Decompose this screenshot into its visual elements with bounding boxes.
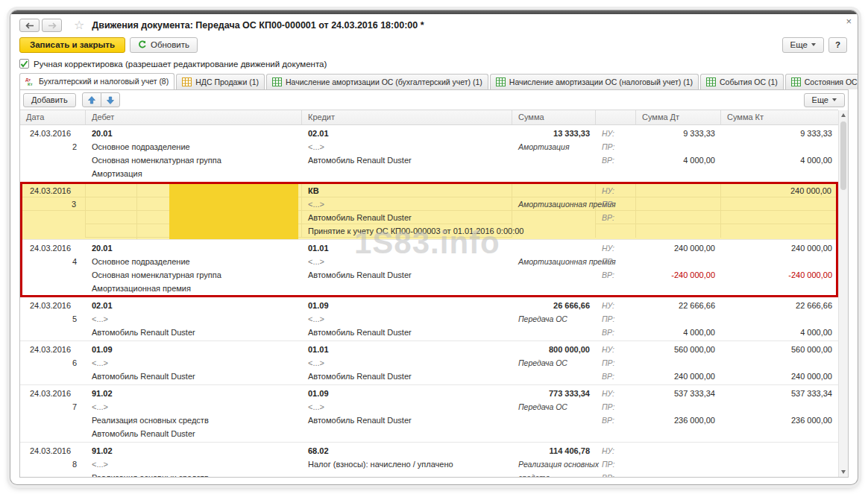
row-date: 24.03.2016 xyxy=(20,387,86,400)
tax-label: НУ: xyxy=(596,387,636,400)
selected-cell[interactable] xyxy=(169,183,298,239)
tab-4[interactable]: Начисление амортизации ОС (налоговый уче… xyxy=(490,74,699,89)
cell-date: 24.03.20166 xyxy=(20,343,86,383)
save-close-button[interactable]: Записать и закрыть xyxy=(19,37,125,53)
tax-label: ПР: xyxy=(596,140,636,153)
table-row[interactable]: 24.03.2016502.01<...>Автомобиль Renault … xyxy=(20,297,838,341)
column-header: Дебет xyxy=(86,110,302,124)
credit-line: <...> xyxy=(302,197,512,211)
scroll-up-icon[interactable] xyxy=(839,110,848,120)
titlebar: ☆ Движения документа: Передача ОС КП00-0… xyxy=(10,14,858,36)
row-number: 8 xyxy=(20,457,86,471)
scroll-down-icon[interactable] xyxy=(839,467,848,477)
row-number: 3 xyxy=(20,197,85,211)
favorite-star-icon[interactable]: ☆ xyxy=(74,19,84,31)
sum-dt-value xyxy=(636,312,721,326)
debit-line: Реализация основных средств xyxy=(86,414,302,427)
tax-label: НУ: xyxy=(596,127,636,140)
manual-adjustment-row[interactable]: Ручная корректировка (разрешает редактир… xyxy=(10,57,858,73)
cell-sum-dt xyxy=(636,184,721,238)
arrow-right-icon xyxy=(48,22,57,29)
sum-kt-value: 4 000,00 xyxy=(721,153,838,167)
credit-line: <...> xyxy=(302,312,512,326)
table-row[interactable]: 24.03.2016891.02<...>Реализация основных… xyxy=(20,443,838,477)
help-button[interactable]: ? xyxy=(828,37,847,53)
sum-kt-value: 236 000,00 xyxy=(721,414,838,427)
debit-line: 01.09 xyxy=(86,343,302,356)
move-down-button[interactable] xyxy=(101,92,120,107)
cell-tax-labels: НУ:ПР:ВР: xyxy=(596,127,636,180)
debit-line: Автомобиль Renault Duster xyxy=(86,427,302,440)
column-header: Сумма xyxy=(512,110,596,124)
table-row[interactable]: 24.03.20163КВ<...>Автомобиль Renault Dus… xyxy=(20,183,838,240)
sum-dt-value: 9 333,33 xyxy=(636,127,721,140)
sum-dt-value xyxy=(636,457,721,471)
tab-label: Бухгалтерский и налоговый учет (8) xyxy=(39,77,169,86)
back-button[interactable] xyxy=(19,19,40,32)
sum-amount: 13 333,33 xyxy=(512,127,596,140)
sum-kt-value xyxy=(721,400,838,414)
forward-button[interactable] xyxy=(42,19,62,32)
tab-6[interactable]: Состояния ОС организаций (1) xyxy=(785,74,858,89)
tab-2[interactable]: НДС Продажи (1) xyxy=(176,74,265,89)
row-date: 24.03.2016 xyxy=(20,184,85,197)
cell-date: 24.03.20165 xyxy=(20,299,86,339)
sum-amount xyxy=(512,241,596,255)
table-row[interactable]: 24.03.2016420.01Основное подразделениеОс… xyxy=(20,240,838,297)
sum-dt-value: 240 000,00 xyxy=(636,241,721,255)
cell-credit: 02.01<...>Автомобиль Renault Duster xyxy=(302,127,512,180)
sum-amount xyxy=(512,184,595,197)
cell-debit xyxy=(86,184,302,238)
cell-debit: 01.09<...>Автомобиль Renault Duster xyxy=(86,343,302,383)
close-icon[interactable]: × xyxy=(846,16,852,27)
tab-1[interactable]: ДтКтБухгалтерский и налоговый учет (8) xyxy=(19,73,174,89)
sum-description: Амортизационная премия xyxy=(512,197,595,211)
debit-line: 02.01 xyxy=(86,299,302,312)
debit-line: <...> xyxy=(86,457,302,471)
manual-adjustment-label: Ручная корректировка (разрешает редактир… xyxy=(34,60,327,69)
credit-line: 02.01 xyxy=(302,127,512,140)
scroll-thumb[interactable] xyxy=(840,121,846,190)
cell-tax-labels: НУ:ПР:ВР: xyxy=(596,299,636,339)
cell-sum-dt xyxy=(636,444,721,477)
cell-sum: 13 333,33Амортизация xyxy=(512,127,596,180)
sum-amount: 800 000,00 xyxy=(512,343,596,356)
debit-line: Основная номенклатурная группа xyxy=(86,268,302,282)
manual-adjustment-checkbox[interactable] xyxy=(19,59,29,69)
vertical-scrollbar[interactable] xyxy=(838,110,848,477)
cell-sum: 114 406,78Реализация основныхсредств xyxy=(512,444,596,477)
sum-description: Амортизационная премия xyxy=(512,255,596,268)
cell-sum-dt: 240 000,00-240 000,00 xyxy=(636,241,721,295)
table-row[interactable]: 24.03.2016791.02<...>Реализация основных… xyxy=(20,385,838,443)
add-button[interactable]: Добавить xyxy=(23,93,76,107)
credit-line: Автомобиль Renault Duster xyxy=(302,414,512,427)
tax-label: НУ: xyxy=(596,299,636,312)
sum-amount: 26 666,66 xyxy=(512,299,596,312)
refresh-button[interactable]: Обновить xyxy=(130,37,198,53)
cell-sum: 26 666,66Передача ОС xyxy=(512,299,596,339)
row-number: 5 xyxy=(20,312,86,326)
move-up-button[interactable] xyxy=(82,92,101,107)
row-number: 2 xyxy=(20,140,86,153)
more-button-top[interactable]: Еще xyxy=(782,37,824,53)
tab-3[interactable]: Начисление амортизации ОС (бухгалтерский… xyxy=(266,74,488,89)
cell-credit: 01.09<...>Автомобиль Renault Duster xyxy=(302,299,512,339)
document-movements-window: ☆ Движения документа: Передача ОС КП00-0… xyxy=(10,10,858,484)
more-label: Еще xyxy=(790,40,808,49)
more-button-table[interactable]: Еще xyxy=(804,93,845,107)
table-green-icon xyxy=(272,77,282,86)
sum-dt-value: 537 333,34 xyxy=(636,387,721,400)
table-row[interactable]: 24.03.2016601.09<...>Автомобиль Renault … xyxy=(20,341,838,385)
cell-debit: 02.01<...>Автомобиль Renault Duster xyxy=(86,299,302,339)
tax-label: ВР: xyxy=(596,471,636,477)
row-date: 24.03.2016 xyxy=(20,299,86,312)
sum-kt-value: 240 000,00 xyxy=(721,184,837,197)
cell-sum-kt: 240 000,00 xyxy=(721,184,838,238)
caret-down-icon xyxy=(832,98,837,101)
cell-date: 24.03.20163 xyxy=(20,184,86,238)
tab-5[interactable]: События ОС (1) xyxy=(700,74,784,89)
refresh-icon xyxy=(138,40,147,49)
table-row[interactable]: 24.03.2016220.01Основное подразделениеОс… xyxy=(20,125,838,183)
sum-kt-value xyxy=(721,312,838,326)
cell-divider xyxy=(136,183,137,239)
